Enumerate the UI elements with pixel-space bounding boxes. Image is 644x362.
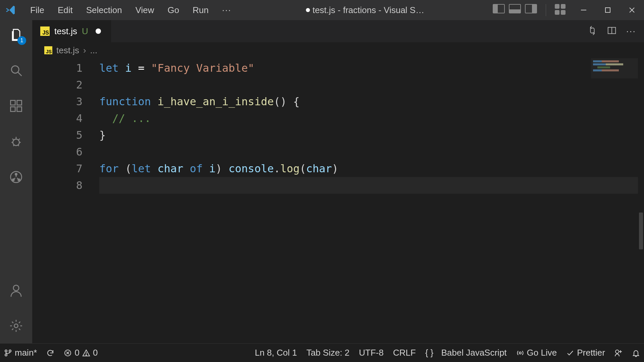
compare-changes-button[interactable]: [587, 25, 597, 37]
editor-actions: ···: [579, 25, 644, 37]
status-branch[interactable]: main*: [4, 348, 37, 358]
editor-group: JS test.js U ··· JS test.js › ... 1 2 3 …: [32, 20, 644, 343]
customize-layout-button[interactable]: [555, 4, 566, 15]
status-problems[interactable]: 0 0: [64, 348, 98, 358]
menu-edit[interactable]: Edit: [52, 4, 79, 17]
svg-point-19: [15, 173, 17, 175]
tab-git-status: U: [82, 26, 88, 37]
breadcrumb-more: ...: [90, 45, 98, 56]
activity-bar: 1: [0, 20, 32, 343]
title-bar: File Edit Selection View Go Run ··· test…: [0, 0, 644, 20]
menu-bar: File Edit Selection View Go Run ···: [24, 4, 237, 17]
explorer-button[interactable]: 1: [8, 27, 24, 43]
status-prettier[interactable]: Prettier: [566, 348, 605, 358]
status-cursor-position[interactable]: Ln 8, Col 1: [255, 348, 297, 358]
minimap[interactable]: [591, 58, 638, 78]
svg-rect-6: [11, 101, 15, 105]
svg-point-28: [9, 350, 11, 352]
unsaved-dot-icon: [96, 28, 101, 34]
vertical-scrollbar[interactable]: [638, 58, 644, 343]
search-button[interactable]: [8, 62, 24, 78]
main-area: 1 JS test.js U: [0, 20, 644, 343]
javascript-file-icon: JS: [44, 46, 52, 54]
toggle-panel-button[interactable]: [509, 4, 521, 13]
svg-point-35: [615, 350, 619, 353]
explorer-badge: 1: [17, 36, 26, 45]
svg-rect-1: [605, 8, 610, 12]
run-debug-button[interactable]: [8, 133, 24, 149]
menu-view[interactable]: View: [129, 4, 160, 17]
status-encoding[interactable]: UTF-8: [359, 348, 384, 358]
svg-point-4: [11, 66, 19, 73]
status-tab-size[interactable]: Tab Size: 2: [306, 348, 350, 358]
svg-point-26: [5, 350, 7, 352]
window-controls: [578, 4, 638, 16]
close-button[interactable]: [626, 4, 638, 16]
breadcrumb[interactable]: JS test.js › ...: [32, 42, 644, 58]
editor-more-button[interactable]: ···: [626, 26, 636, 37]
split-editor-button[interactable]: [607, 25, 617, 37]
menu-more-icon[interactable]: ···: [216, 4, 237, 17]
settings-button[interactable]: [8, 318, 24, 334]
menu-go[interactable]: Go: [162, 4, 185, 17]
status-bar: main* 0 0 Ln 8, Col 1 Tab Size: 2 UTF-8 …: [0, 343, 644, 362]
code-editor[interactable]: 1 2 3 4 5 6 7 8 let i = "Fancy Variable"…: [32, 58, 644, 343]
svg-point-22: [13, 285, 19, 291]
status-language[interactable]: { } Babel JavaScript: [425, 348, 507, 358]
minimize-button[interactable]: [578, 4, 590, 16]
window-title: test.js - fractions - Visual S…: [237, 5, 493, 15]
svg-rect-8: [11, 107, 15, 112]
menu-file[interactable]: File: [24, 4, 50, 17]
svg-line-12: [12, 139, 14, 140]
status-notifications-button[interactable]: [632, 349, 640, 357]
tab-test-js[interactable]: JS test.js U: [32, 20, 111, 42]
svg-point-34: [519, 352, 521, 354]
status-feedback-button[interactable]: [614, 349, 623, 357]
status-go-live[interactable]: Go Live: [516, 348, 557, 358]
line-gutter: 1 2 3 4 5 6 7 8: [32, 58, 99, 343]
unsaved-dot-icon: [306, 8, 310, 12]
code-content[interactable]: let i = "Fancy Variable" function i_have…: [99, 58, 644, 343]
divider: [546, 4, 546, 16]
svg-point-33: [86, 355, 87, 355]
accounts-button[interactable]: [8, 282, 24, 298]
source-control-graph-button[interactable]: [8, 169, 24, 185]
menu-run[interactable]: Run: [186, 4, 215, 17]
status-eol[interactable]: CRLF: [393, 348, 416, 358]
tab-label: test.js: [54, 26, 77, 37]
tab-bar: JS test.js U ···: [32, 20, 644, 42]
status-sync-button[interactable]: [46, 349, 54, 357]
svg-point-27: [5, 354, 7, 356]
svg-rect-7: [17, 101, 22, 105]
vscode-logo-icon: [3, 5, 19, 15]
toggle-primary-sidebar-button[interactable]: [493, 4, 505, 13]
toggle-secondary-sidebar-button[interactable]: [525, 4, 537, 13]
layout-controls: [493, 4, 566, 16]
chevron-right-icon: ›: [83, 45, 86, 56]
maximize-button[interactable]: [602, 4, 614, 16]
extensions-button[interactable]: [8, 98, 24, 114]
svg-line-13: [18, 139, 20, 140]
menu-selection[interactable]: Selection: [80, 4, 128, 17]
svg-point-23: [14, 324, 18, 328]
window-title-text: test.js - fractions - Visual S…: [313, 5, 424, 15]
svg-rect-9: [17, 107, 22, 112]
breadcrumb-file: test.js: [56, 45, 79, 56]
svg-line-5: [18, 72, 22, 76]
javascript-file-icon: JS: [40, 26, 50, 36]
